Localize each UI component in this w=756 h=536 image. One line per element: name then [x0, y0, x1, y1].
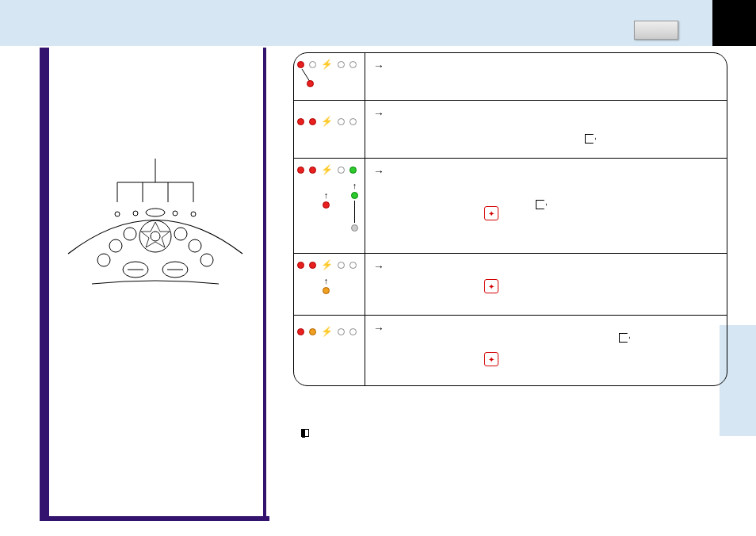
svg-point-14: [97, 254, 110, 266]
table-row: ⚡ →: [294, 53, 727, 101]
lamp-red-icon: [297, 61, 304, 68]
top-right-black-tab: [712, 0, 756, 46]
indicator-table: ⚡ → ⚡: [293, 52, 727, 386]
lamp-red-icon: [297, 328, 304, 335]
card-error-icon: ✦: [484, 279, 498, 293]
svg-point-13: [109, 239, 122, 252]
lamp-off-icon: [349, 118, 357, 125]
lamp-green-icon: [349, 167, 357, 174]
description-cell: → ✦: [365, 316, 727, 385]
lamp-pattern-cell: ⚡: [294, 53, 365, 100]
svg-point-8: [146, 209, 165, 216]
lamp-green-icon: [351, 192, 358, 199]
svg-point-16: [174, 228, 187, 240]
arrow-right-icon: →: [373, 107, 384, 120]
lamp-red-icon: [307, 80, 314, 87]
lamp-off-icon: [338, 262, 345, 269]
gray-button[interactable]: [634, 21, 678, 40]
table-row: ⚡ ↑ ↑ → ✦: [294, 159, 727, 254]
table-row: ⚡ →: [294, 101, 727, 159]
up-arrow-icon: ↑: [324, 190, 329, 200]
footnote-marker-icon: [301, 429, 309, 437]
description-cell: →: [365, 101, 727, 158]
lamp-gray-icon: [351, 224, 358, 232]
reference-pentagon-icon: [585, 134, 596, 144]
table-row: ⚡ → ✦: [294, 316, 727, 385]
lamp-red-icon: [309, 262, 316, 269]
lamp-pattern-cell: ⚡: [294, 101, 365, 158]
flash-bolt-icon: ⚡: [321, 117, 333, 126]
lamp-off-icon: [338, 61, 345, 68]
lamp-orange-icon: [309, 328, 316, 335]
lamp-red-icon: [309, 118, 316, 125]
svg-point-18: [200, 254, 213, 266]
lamp-red-icon: [309, 167, 316, 174]
purple-side-bar: [40, 48, 49, 521]
lamp-pattern-cell: ⚡: [294, 316, 365, 385]
flash-bolt-icon: ⚡: [321, 260, 333, 270]
svg-point-17: [189, 239, 201, 252]
svg-point-11: [139, 220, 171, 252]
purple-bottom-bar: [40, 516, 269, 521]
lamp-red-icon: [297, 118, 304, 125]
lamp-off-icon: [349, 328, 357, 335]
lamp-red-icon: [297, 262, 304, 269]
lamp-off-icon: [349, 61, 357, 68]
flash-bolt-icon: ⚡: [321, 165, 333, 174]
lamp-pattern-cell: ⚡ ↑: [294, 254, 365, 315]
svg-point-10: [191, 212, 196, 216]
flash-bolt-icon: ⚡: [321, 327, 333, 336]
up-arrow-icon: ↑: [324, 276, 329, 285]
lamp-red-icon: [323, 201, 330, 209]
card-error-icon: ✦: [484, 352, 498, 366]
lamp-off-icon: [309, 61, 316, 68]
arrow-right-icon: →: [373, 260, 384, 273]
up-arrow-icon: [354, 201, 355, 223]
svg-point-7: [133, 211, 138, 216]
reference-pentagon-icon: [619, 333, 630, 343]
lamp-off-icon: [338, 118, 345, 125]
card-error-icon: ✦: [484, 206, 498, 220]
camera-top-diagram: [60, 159, 250, 289]
arrow-right-icon: →: [373, 322, 384, 335]
reference-pentagon-icon: [536, 200, 547, 209]
lamp-pattern-cell: ⚡ ↑ ↑: [294, 159, 365, 253]
lamp-red-icon: [297, 167, 304, 174]
lamp-orange-icon: [323, 287, 330, 294]
footnote: [301, 428, 309, 437]
lamp-off-icon: [338, 328, 345, 335]
up-arrow-icon: ↑: [353, 181, 357, 190]
description-cell: → ✦: [365, 254, 727, 315]
lamp-off-icon: [338, 167, 345, 174]
table-row: ⚡ ↑ → ✦: [294, 254, 727, 316]
description-cell: →: [365, 53, 727, 100]
arrow-right-icon: →: [373, 59, 384, 72]
description-cell: → ✦: [365, 159, 727, 253]
purple-inner-divider: [263, 48, 266, 521]
svg-point-12: [151, 232, 160, 241]
svg-point-15: [124, 228, 136, 240]
flash-bolt-icon: ⚡: [321, 59, 333, 69]
lamp-off-icon: [349, 262, 357, 269]
arrow-right-icon: →: [373, 165, 384, 178]
svg-point-6: [115, 212, 120, 216]
svg-point-9: [173, 211, 178, 216]
